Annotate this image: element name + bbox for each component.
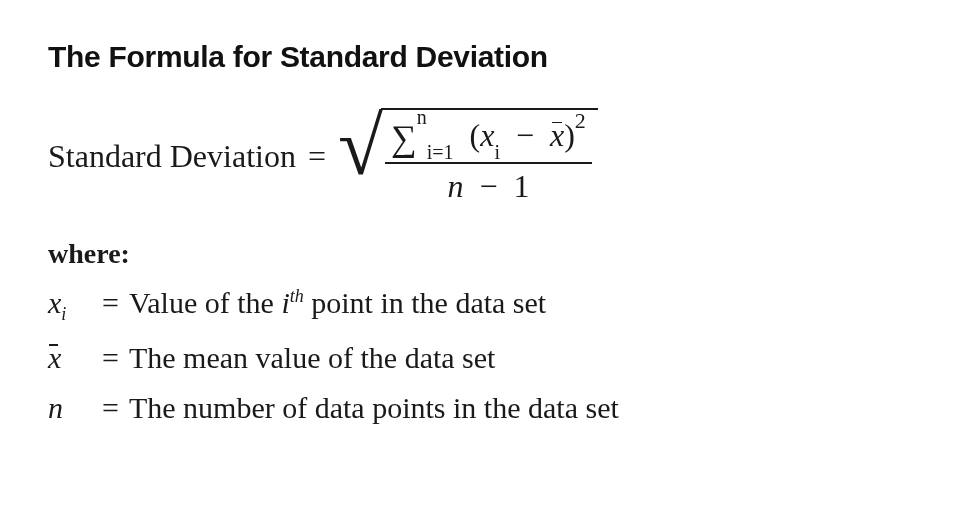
squared: 2 [575, 108, 586, 133]
n-variable: n [447, 168, 463, 204]
where-label: where: [48, 238, 920, 270]
denominator: n − 1 [441, 164, 535, 204]
definition-text: Value of the ith point in the data set [129, 286, 546, 320]
definition-text: The number of data points in the data se… [129, 391, 619, 425]
definition-n: n = The number of data points in the dat… [48, 391, 920, 425]
summation-symbol: ∑ [391, 118, 417, 158]
sum-upper-limit: n [417, 106, 427, 128]
right-paren: ) [564, 117, 575, 153]
equals-sign: = [102, 286, 119, 320]
fraction: ∑ni=1 (xi − x)2 n − 1 [385, 114, 592, 204]
square-root: √ ∑ni=1 (xi − x)2 n − 1 [338, 108, 598, 204]
minus-sign: − [479, 168, 497, 204]
surd-symbol: √ [338, 114, 383, 210]
numerator: ∑ni=1 (xi − x)2 [385, 114, 592, 164]
equals-sign: = [102, 391, 119, 425]
sum-lower-limit: i=1 [427, 141, 454, 163]
definition-xi: xi = Value of the ith point in the data … [48, 286, 920, 325]
formula-lhs: Standard Deviation [48, 138, 296, 175]
symbol-xbar: x [48, 341, 92, 375]
formula: Standard Deviation = √ ∑ni=1 (xi − x)2 n… [48, 108, 920, 204]
equals-sign: = [102, 341, 119, 375]
left-paren: ( [470, 117, 481, 153]
radicand: ∑ni=1 (xi − x)2 n − 1 [381, 108, 598, 204]
symbol-n: n [48, 391, 92, 425]
one: 1 [513, 168, 529, 204]
subscript-i: i [494, 141, 500, 163]
minus-sign: − [516, 117, 534, 153]
x-bar: x [550, 119, 564, 151]
page-title: The Formula for Standard Deviation [48, 40, 920, 74]
symbol-xi: xi [48, 286, 92, 325]
x-variable: x [480, 117, 494, 153]
equals-sign: = [308, 138, 326, 175]
definition-xbar: x = The mean value of the data set [48, 341, 920, 375]
definition-text: The mean value of the data set [129, 341, 496, 375]
